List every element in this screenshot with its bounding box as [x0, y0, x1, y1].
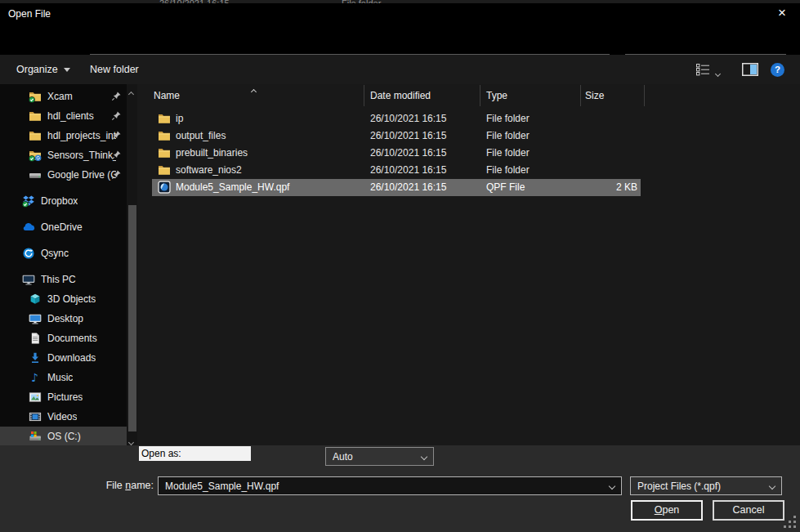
- sidebar-item-dropbox[interactable]: Dropbox: [0, 191, 127, 211]
- chevron-down-icon: [609, 482, 615, 489]
- details-view-icon[interactable]: [696, 63, 710, 78]
- osdrive-icon: [29, 430, 42, 443]
- open-as-label: Open as:: [139, 446, 251, 461]
- pin-icon: [111, 150, 122, 160]
- file-row-prebuilt-binaries[interactable]: prebuilt_binaries26/10/2021 16:15File fo…: [152, 145, 641, 162]
- sidebar-item-label: Desktop: [47, 313, 83, 324]
- help-icon[interactable]: ?: [771, 63, 784, 77]
- dialog-footer: Open as: Auto File name: Module5_Sample_…: [0, 445, 800, 532]
- qpf-icon: [158, 181, 171, 194]
- sidebar-item-label: Downloads: [47, 352, 96, 364]
- column-header-date-modified[interactable]: Date modified: [370, 84, 431, 107]
- pin-icon: [111, 130, 122, 141]
- navigation-bar: ← → ↑ « sensor-aggregation-reference-des…: [0, 25, 800, 55]
- file-name-cell: prebuilt_binaries: [176, 145, 248, 162]
- sidebar-item-label: This PC: [41, 274, 76, 285]
- sidebar-item-pictures[interactable]: Pictures: [0, 387, 127, 407]
- preview-pane-icon[interactable]: [742, 63, 758, 78]
- sidebar-item-downloads[interactable]: Downloads: [0, 348, 127, 368]
- sidebar-item-documents[interactable]: Documents: [0, 329, 127, 348]
- folder-icon: [158, 112, 171, 125]
- column-header-size[interactable]: Size: [585, 84, 604, 107]
- sidebar-item-hdl-projects-int[interactable]: hdl_projects_int: [0, 126, 127, 145]
- folder-check-icon: [29, 90, 42, 103]
- file-name-input[interactable]: Module5_Sample_HW.qpf: [158, 476, 622, 495]
- date-modified-cell: 26/10/2021 16:15: [370, 162, 446, 179]
- pin-icon: [111, 110, 122, 121]
- sidebar-scrollbar-thumb[interactable]: [128, 205, 136, 431]
- chevron-down-icon: [769, 482, 775, 489]
- sidebar-item-hdl-clients[interactable]: hdl_clients: [0, 106, 127, 126]
- sidebar-item-os-c[interactable]: OS (C:): [0, 427, 127, 446]
- sidebar-item-qsync[interactable]: Qsync: [0, 244, 127, 263]
- type-cell: QPF File: [486, 179, 525, 196]
- file-name-cell: software_nios2: [176, 162, 242, 179]
- column-header-name[interactable]: Name: [154, 84, 180, 107]
- music-icon: ♪: [29, 371, 42, 384]
- sidebar-item-label: hdl_clients: [47, 110, 94, 122]
- navigation-pane: Xcamhdl_clientshdl_projects_intSensors_T…: [0, 84, 137, 445]
- folder-icon: [158, 129, 171, 142]
- sidebar-item-videos[interactable]: Videos: [0, 407, 127, 427]
- date-modified-cell: 26/10/2021 16:15: [370, 127, 446, 145]
- pin-icon: [111, 91, 122, 101]
- folder-icon: [29, 110, 42, 123]
- video-icon: [29, 410, 42, 423]
- file-name-cell: Module5_Sample_HW.qpf: [176, 179, 289, 196]
- date-modified-cell: 26/10/2021 16:15: [370, 179, 446, 196]
- sidebar-item-label: Google Drive (G: [47, 169, 116, 181]
- sidebar-item-label: Music: [47, 372, 73, 383]
- sidebar-item-this-pc[interactable]: This PC: [0, 270, 127, 289]
- type-cell: File folder: [486, 162, 530, 179]
- sidebar-item-label: Pictures: [47, 391, 83, 403]
- thispc-icon: [22, 273, 35, 286]
- cancel-button[interactable]: Cancel: [713, 500, 784, 521]
- sidebar-item-onedrive[interactable]: OneDrive: [0, 217, 127, 237]
- sidebar-item-3d-objects[interactable]: 3D Objects: [0, 289, 127, 309]
- file-name-value: Module5_Sample_HW.qpf: [165, 481, 610, 492]
- column-divider[interactable]: [480, 85, 480, 106]
- file-type-dropdown[interactable]: Project Files (*.qpf): [630, 476, 782, 495]
- folder-icon: [29, 129, 42, 142]
- sidebar-item-xcam[interactable]: Xcam: [0, 87, 127, 106]
- column-header-type[interactable]: Type: [486, 84, 507, 107]
- sidebar-item-desktop[interactable]: Desktop: [0, 309, 127, 329]
- sidebar-item-label: Xcam: [47, 91, 73, 102]
- organize-dropdown-icon: [64, 68, 70, 72]
- new-folder-button[interactable]: New folder: [90, 55, 139, 84]
- type-cell: File folder: [486, 127, 530, 145]
- date-modified-cell: 26/10/2021 16:15: [370, 110, 446, 127]
- open-button[interactable]: Open: [631, 500, 703, 521]
- sidebar-item-label: Sensors_Think_C: [47, 150, 116, 161]
- views-dropdown-icon[interactable]: [716, 67, 720, 78]
- file-name-cell: ip: [176, 110, 183, 127]
- sidebar-item-label: OneDrive: [41, 221, 83, 233]
- file-row-ip[interactable]: ip26/10/2021 16:15File folder: [152, 110, 641, 127]
- picture-icon: [29, 391, 42, 404]
- folder-icon: [158, 163, 171, 177]
- sidebar-item-music[interactable]: ♪Music: [0, 368, 127, 387]
- size-cell: 2 KB: [564, 179, 637, 196]
- date-modified-cell: 26/10/2021 16:15: [370, 145, 446, 162]
- file-row-output-files[interactable]: output_files26/10/2021 16:15File folder: [152, 127, 641, 145]
- file-type-value: Project Files (*.qpf): [637, 481, 770, 492]
- desktop-icon: [29, 312, 42, 325]
- onedrive-icon: [22, 221, 35, 234]
- file-name-cell: output_files: [176, 127, 226, 145]
- cube-icon: [29, 293, 42, 306]
- column-divider[interactable]: [364, 85, 364, 106]
- sidebar-item-google-drive-g[interactable]: Google Drive (G: [0, 165, 127, 185]
- sidebar-item-sensors-think-c[interactable]: Sensors_Think_C: [0, 145, 127, 165]
- download-icon: [29, 351, 42, 364]
- open-as-dropdown[interactable]: Auto: [325, 447, 434, 466]
- close-icon[interactable]: ×: [764, 3, 800, 25]
- file-row-software-nios2[interactable]: software_nios226/10/2021 16:15File folde…: [152, 162, 641, 179]
- file-name-label: File name:: [96, 476, 154, 495]
- scroll-up-icon[interactable]: [129, 87, 133, 99]
- column-divider[interactable]: [644, 85, 645, 106]
- qsync-icon: [22, 247, 35, 260]
- open-file-dialog: 26/10/2021 16:15 File folder Open File ×…: [0, 0, 800, 532]
- organize-button[interactable]: Organize: [16, 55, 70, 84]
- file-row-module5-sample-hw-qpf[interactable]: Module5_Sample_HW.qpf26/10/2021 16:15QPF…: [152, 179, 641, 196]
- column-divider[interactable]: [580, 85, 581, 106]
